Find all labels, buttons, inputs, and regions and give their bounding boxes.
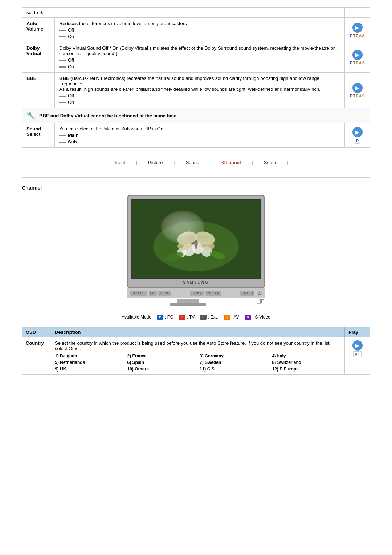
enter-btn: ENTER	[240, 291, 254, 296]
bbe-ptas-letters: P T E A S	[350, 94, 365, 98]
settings-table: set to 0. AutoVolume Reduces the differe…	[22, 7, 370, 148]
bbe-off-dash	[59, 96, 66, 97]
country-1: 1) Belgium	[55, 353, 124, 358]
warning-cell: 🔧 BBE and Dolby Virtual cannot be functi…	[22, 108, 370, 123]
source-btn: SOURCE	[130, 291, 147, 296]
vol-btn: VOL◄►	[205, 291, 221, 296]
sound-select-icon-cell: ▶ P	[345, 123, 370, 148]
dolby-p: P	[350, 61, 352, 65]
auto-volume-off-option: Off	[59, 27, 340, 33]
mode-t-badge: T	[179, 315, 185, 320]
set-to-label: set to 0.	[26, 10, 43, 15]
nav-item-setup[interactable]: Setup	[253, 158, 287, 167]
warning-row: 🔧 BBE and Dolby Virtual cannot be functi…	[22, 108, 370, 123]
mode-p-badge: P	[157, 315, 163, 320]
country-12: 12) E.Europe.	[272, 366, 341, 372]
divider	[22, 177, 370, 178]
dolby-off-dash	[59, 60, 66, 61]
sound-select-badge: ▶ P	[349, 127, 366, 144]
bbe-description: BBE (Barcus-Berry Electronics) recreates…	[59, 76, 320, 92]
country-p: P	[355, 352, 357, 356]
auto-volume-off-label: Off	[68, 27, 74, 33]
tv-illustration: SAMSUNG SOURCE PIP MENU CH▼▲ VOL◄► ENTER…	[22, 195, 370, 307]
p-letter: P	[350, 33, 352, 38]
bbe-e: E	[356, 94, 358, 98]
nav-item-sound[interactable]: Sound	[175, 158, 211, 167]
dolby-play-icon: ▶	[352, 50, 363, 60]
e-letter: E	[356, 33, 358, 38]
tv-buttons-mid: CH▼▲ VOL◄►	[190, 291, 221, 296]
set-to-row: set to 0.	[22, 8, 370, 18]
bbe-icon-cell: ▶ P T E A S	[345, 73, 370, 108]
bbe-play-icon: ▶	[352, 83, 363, 93]
bbe-on-label: On	[68, 100, 74, 105]
country-pt-badge: ▶ P T	[348, 340, 366, 357]
nav-item-picture[interactable]: Picture	[137, 158, 173, 167]
mode-tv: T : TV	[179, 315, 195, 320]
tv-buttons-right: ENTER ⏻	[240, 291, 262, 296]
tv-stand-base	[170, 298, 206, 306]
dolby-virtual-description: Dolby Virtual Sound Off / On (Dolby Virt…	[59, 45, 335, 56]
country-4: 4) Italy	[272, 353, 341, 358]
country-8: 8) Switzerland	[272, 360, 341, 365]
header-row: OSD Description Play	[22, 327, 370, 337]
p-badge: P	[355, 138, 360, 144]
bbe-t: T	[353, 94, 355, 98]
warning-text: BBE and Dolby Virtual cannot be function…	[39, 113, 178, 118]
country-play-cell: ▶ P T	[345, 337, 370, 375]
auto-volume-row: AutoVolume Reduces the differences in vo…	[22, 18, 370, 42]
mode-tv-label: : TV	[187, 315, 195, 320]
a-letter: A	[359, 33, 362, 38]
play-header: Play	[345, 327, 370, 337]
country-10: 10) Others	[127, 366, 196, 372]
country-9: 9) UK	[55, 366, 124, 372]
tv-base-wrapper: ☞	[127, 298, 265, 307]
bbe-desc: BBE (Barcus-Berry Electronics) recreates…	[55, 73, 345, 108]
tv-wrapper: SAMSUNG SOURCE PIP MENU CH▼▲ VOL◄► ENTER…	[127, 195, 265, 307]
country-7: 7) Sweden	[200, 360, 269, 365]
dolby-ptas-letters: P T E A S	[350, 61, 365, 65]
sound-sub-option: Sub	[59, 139, 340, 145]
bbe-row: BBE BBE (Barcus-Berry Electronics) recre…	[22, 73, 370, 108]
sound-main-option: Main	[59, 133, 340, 138]
country-2: 2) France	[127, 353, 196, 358]
mode-s-badge: S	[245, 315, 251, 320]
dolby-virtual-row: DolbyVirtual Dolby Virtual Sound Off / O…	[22, 42, 370, 73]
mode-ext-label: : Ext.	[208, 315, 218, 320]
warning-icon: 🔧	[26, 111, 36, 120]
sound-select-description: You can select either Main or Sub when P…	[59, 126, 165, 131]
sound-sub-label: Sub	[68, 139, 77, 145]
dolby-a: A	[359, 61, 362, 65]
auto-volume-desc: Reduces the differences in volume level …	[55, 18, 345, 42]
dolby-virtual-label: DolbyVirtual	[22, 42, 55, 73]
bbe-ptas-badge: ▶ P T E A S	[349, 83, 366, 98]
tv-controls: SOURCE PIP MENU CH▼▲ VOL◄► ENTER ⏻	[127, 288, 265, 298]
mode-pc-label: : PC	[165, 315, 173, 320]
ptas-letters: P T E A S	[350, 33, 365, 38]
menu-btn: MENU	[158, 291, 171, 296]
tv-scene-svg	[132, 200, 260, 278]
country-11: 11) CIS	[200, 366, 269, 372]
available-modes: Available Mode P : PC T : TV E : Ext. A …	[22, 315, 370, 320]
tv-frame: SAMSUNG	[127, 195, 265, 288]
off-dash-icon	[59, 30, 66, 31]
nav-item-input[interactable]: Input	[104, 158, 136, 167]
bbe-s: S	[362, 94, 365, 98]
s-letter: S	[362, 33, 365, 38]
nav-item-channel[interactable]: Channel	[211, 158, 252, 167]
auto-volume-icon-cell: ▶ P T E A S	[345, 18, 370, 42]
dolby-off-label: Off	[68, 57, 74, 63]
bbe-on-dash	[59, 102, 66, 103]
bottom-table-body: Country Select the country in which the …	[22, 337, 370, 375]
dolby-s: S	[362, 61, 365, 65]
description-header: Description	[51, 327, 345, 337]
mode-ext: E : Ext.	[200, 315, 218, 320]
nav-sep-5: |	[287, 160, 288, 165]
country-row: Country Select the country in which the …	[22, 337, 370, 375]
mode-av: A : AV	[224, 315, 239, 320]
bbe-on-option: On	[59, 100, 340, 105]
power-icon: ⏻	[257, 291, 262, 296]
bbe-a: A	[359, 94, 362, 98]
mode-pc: P : PC	[157, 315, 173, 320]
dolby-on-dash	[59, 66, 66, 68]
